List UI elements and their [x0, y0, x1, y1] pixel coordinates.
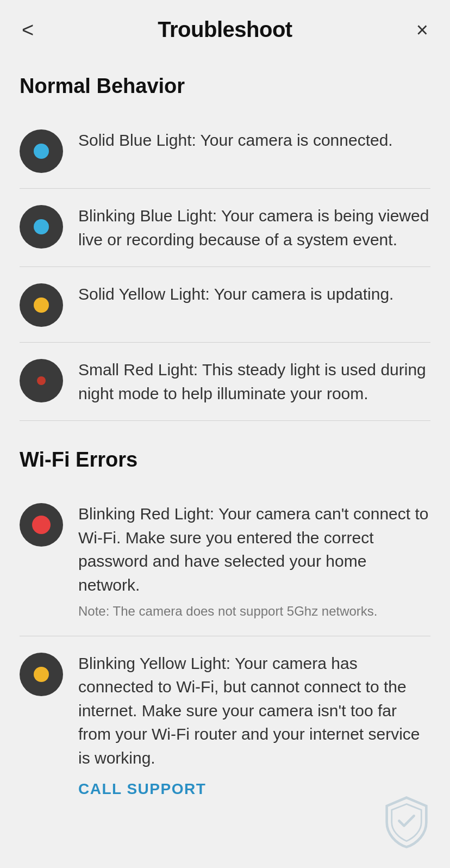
- blinking-yellow-text: Blinking Yellow Light: Your camera has c…: [78, 652, 430, 770]
- yellow-blink-dot: [34, 667, 49, 682]
- blue-dot: [34, 144, 49, 159]
- list-item: Blinking Red Light: Your camera can't co…: [20, 487, 430, 636]
- list-item: Solid Blue Light: Your camera is connect…: [20, 113, 430, 189]
- red-small-dot: [37, 376, 46, 385]
- page-title: Troubleshoot: [158, 17, 292, 42]
- shield-watermark: [379, 795, 434, 852]
- list-item: Solid Yellow Light: Your camera is updat…: [20, 267, 430, 343]
- back-button[interactable]: <: [22, 20, 34, 40]
- blinking-red-icon: [20, 503, 63, 547]
- red-blink-dot: [32, 516, 51, 534]
- yellow-dot: [34, 297, 49, 313]
- list-item: Blinking Blue Light: Your camera is bein…: [20, 189, 430, 267]
- list-item: Small Red Light: This steady light is us…: [20, 343, 430, 421]
- close-button[interactable]: ×: [416, 20, 428, 40]
- solid-blue-text: Solid Blue Light: Your camera is connect…: [78, 128, 430, 152]
- blinking-red-text: Blinking Red Light: Your camera can't co…: [78, 502, 430, 597]
- blinking-blue-text: Blinking Blue Light: Your camera is bein…: [78, 204, 430, 251]
- blinking-yellow-icon: [20, 653, 63, 696]
- list-item: Blinking Yellow Light: Your camera has c…: [20, 636, 430, 814]
- header: < Troubleshoot ×: [0, 0, 450, 53]
- blinking-red-note: Note: The camera does not support 5Ghz n…: [78, 602, 430, 621]
- blinking-blue-icon: [20, 205, 63, 249]
- solid-yellow-icon: [20, 283, 63, 327]
- small-red-icon: [20, 359, 63, 402]
- solid-blue-icon: [20, 129, 63, 173]
- small-red-text: Small Red Light: This steady light is us…: [78, 358, 430, 405]
- blue-blink-dot: [34, 219, 49, 234]
- wifi-errors-section-title: Wi-Fi Errors: [20, 448, 430, 472]
- content: Normal Behavior Solid Blue Light: Your c…: [0, 53, 450, 846]
- normal-behavior-section-title: Normal Behavior: [20, 75, 430, 98]
- solid-yellow-text: Solid Yellow Light: Your camera is updat…: [78, 282, 430, 306]
- call-support-button[interactable]: CALL SUPPORT: [78, 780, 206, 798]
